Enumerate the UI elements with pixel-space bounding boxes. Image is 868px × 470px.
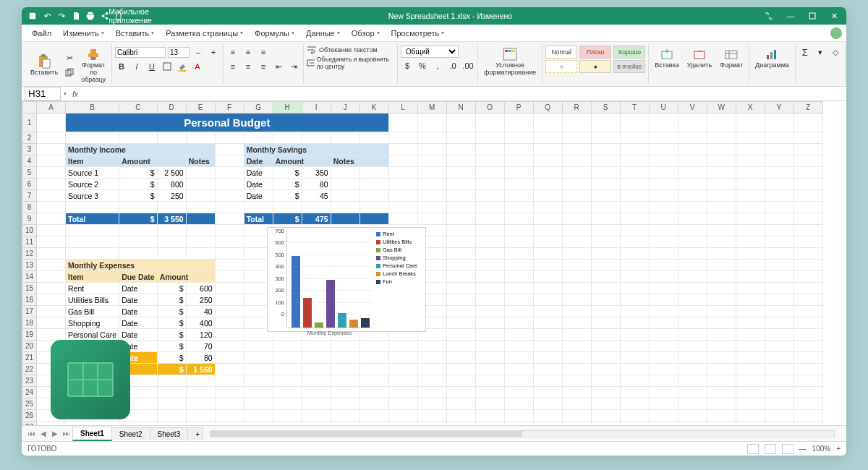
- col-header-G[interactable]: G: [244, 102, 273, 114]
- cell-Q17[interactable]: [533, 306, 562, 317]
- cell-N22[interactable]: [446, 364, 475, 375]
- cell-C17[interactable]: Date: [119, 306, 158, 317]
- window-close-icon[interactable]: ✕: [826, 9, 842, 22]
- cell-S16[interactable]: [591, 294, 620, 306]
- cell-Y4[interactable]: [765, 155, 793, 167]
- cell-F19[interactable]: [215, 329, 244, 341]
- cell-Q27[interactable]: [533, 422, 562, 426]
- cell-U1[interactable]: [649, 114, 678, 132]
- cell-C12[interactable]: [119, 248, 158, 260]
- cell-E8[interactable]: [186, 202, 215, 213]
- cell-R20[interactable]: [562, 341, 591, 352]
- cell-B19[interactable]: Personal Care: [66, 329, 119, 341]
- cell-V5[interactable]: [678, 167, 707, 179]
- cell-F9[interactable]: [215, 213, 244, 225]
- cell-H5[interactable]: $: [273, 167, 302, 179]
- cell-T9[interactable]: [620, 213, 649, 225]
- cell-B9[interactable]: Total: [66, 213, 119, 225]
- cell-E6[interactable]: [186, 179, 215, 190]
- cell-C15[interactable]: Date: [119, 283, 158, 294]
- clear-button[interactable]: ◇: [829, 46, 842, 59]
- window-minimize-icon[interactable]: —: [783, 9, 799, 22]
- cell-M24[interactable]: [417, 387, 446, 398]
- cell-T4[interactable]: [620, 155, 649, 167]
- save-icon[interactable]: [26, 9, 39, 22]
- style-neutral[interactable]: в ячейке: [613, 60, 645, 73]
- cell-X18[interactable]: [736, 317, 765, 329]
- zoom-plus[interactable]: +: [836, 445, 841, 453]
- cell-C27[interactable]: [119, 422, 158, 426]
- cell-E11[interactable]: [186, 236, 215, 248]
- sheet-add-button[interactable]: +: [187, 427, 203, 440]
- cell-Q8[interactable]: [533, 202, 562, 213]
- cell-O23[interactable]: [475, 375, 504, 387]
- cell-M2[interactable]: [417, 132, 446, 144]
- cell-A10[interactable]: [37, 225, 66, 236]
- cell-S9[interactable]: [591, 213, 620, 225]
- cell-P17[interactable]: [504, 306, 533, 317]
- cell-E17[interactable]: 40: [186, 306, 215, 317]
- cell-P19[interactable]: [504, 329, 533, 341]
- cell-Y24[interactable]: [765, 387, 793, 398]
- cell-J5[interactable]: [331, 167, 359, 179]
- row-header-7[interactable]: 7: [22, 190, 37, 202]
- cell-F20[interactable]: [215, 341, 244, 352]
- cell-H25[interactable]: [273, 398, 302, 410]
- mobile-app-link[interactable]: Мобильное приложение: [113, 9, 140, 22]
- cell-D11[interactable]: [157, 236, 186, 248]
- cell-Q24[interactable]: [533, 387, 562, 398]
- cell-A5[interactable]: [37, 167, 66, 179]
- cell-U20[interactable]: [649, 341, 678, 352]
- cell-X24[interactable]: [736, 387, 765, 398]
- cell-R14[interactable]: [562, 271, 591, 283]
- cell-Q2[interactable]: [533, 132, 562, 144]
- cell-N6[interactable]: [446, 179, 475, 190]
- menu-file[interactable]: Файл: [26, 27, 57, 40]
- cell-Y16[interactable]: [765, 294, 793, 306]
- cell-A1[interactable]: [37, 114, 66, 132]
- font-inc-button[interactable]: +: [207, 46, 220, 59]
- cell-D19[interactable]: $: [157, 329, 186, 341]
- cell-S27[interactable]: [591, 422, 620, 426]
- cell-L25[interactable]: [388, 398, 417, 410]
- cell-Q10[interactable]: [533, 225, 562, 236]
- cell-T14[interactable]: [620, 271, 649, 283]
- cell-M21[interactable]: [417, 352, 446, 364]
- cell-K20[interactable]: [359, 341, 388, 352]
- number-format-select[interactable]: Общий: [401, 46, 459, 58]
- cell-N3[interactable]: [446, 144, 475, 155]
- print-icon[interactable]: [84, 9, 97, 22]
- cell-D20[interactable]: $: [157, 341, 186, 352]
- cell-Z23[interactable]: [793, 375, 822, 387]
- cell-J24[interactable]: [331, 387, 359, 398]
- cell-P8[interactable]: [504, 202, 533, 213]
- cell-B17[interactable]: Gas Bill: [66, 306, 119, 317]
- cell-V27[interactable]: [678, 422, 707, 426]
- cell-P1[interactable]: [504, 114, 533, 132]
- cell-K5[interactable]: [359, 167, 388, 179]
- cell-D2[interactable]: [157, 132, 186, 144]
- cell-Q6[interactable]: [533, 179, 562, 190]
- cell-R22[interactable]: [562, 364, 591, 375]
- copy-button[interactable]: [63, 66, 76, 79]
- cell-R1[interactable]: [562, 114, 591, 132]
- cell-R16[interactable]: [562, 294, 591, 306]
- cell-I26[interactable]: [302, 410, 331, 422]
- align-mid-button[interactable]: ≡: [242, 46, 255, 59]
- cell-O5[interactable]: [475, 167, 504, 179]
- cell-X25[interactable]: [736, 398, 765, 410]
- cell-Z25[interactable]: [793, 398, 822, 410]
- col-header-F[interactable]: F: [215, 102, 244, 114]
- cell-L26[interactable]: [388, 410, 417, 422]
- cell-I5[interactable]: 350: [302, 167, 331, 179]
- cell-Z22[interactable]: [793, 364, 822, 375]
- delete-cells-button[interactable]: Удалить: [684, 46, 715, 71]
- row-header-5[interactable]: 5: [22, 167, 37, 179]
- cell-P20[interactable]: [504, 341, 533, 352]
- row-header-24[interactable]: 24: [22, 387, 37, 398]
- cell-F6[interactable]: [215, 179, 244, 190]
- cell-N23[interactable]: [446, 375, 475, 387]
- cell-A16[interactable]: [37, 294, 66, 306]
- cell-C14[interactable]: Due Date: [119, 271, 158, 283]
- cell-Z20[interactable]: [793, 341, 822, 352]
